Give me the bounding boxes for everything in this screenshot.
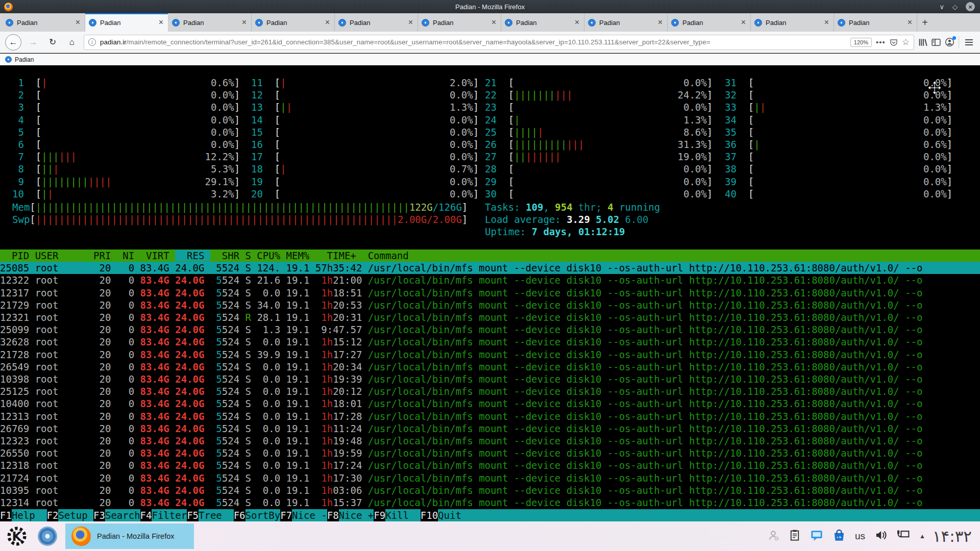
- tab-padian[interactable]: Padian×: [584, 13, 668, 32]
- tab-padian[interactable]: Padian×: [2, 13, 85, 32]
- tab-close-icon[interactable]: ×: [241, 18, 248, 27]
- volume-icon[interactable]: [874, 529, 888, 544]
- tab-padian[interactable]: Padian×: [168, 13, 252, 32]
- zoom-level-badge[interactable]: 120%: [850, 38, 872, 47]
- fkey-f8[interactable]: F8: [327, 509, 339, 521]
- process-row[interactable]: 12323 root 20 0 83.4G 24.0G 5524 S 0.0 1…: [0, 435, 980, 447]
- cpu-meter-39: 39 [ 0.0%]: [725, 176, 952, 188]
- process-row[interactable]: 10395 root 20 0 83.4G 24.0G 5524 S 0.0 1…: [0, 484, 980, 496]
- menu-icon[interactable]: [963, 37, 975, 47]
- fkey-label-setup[interactable]: Setup: [58, 509, 93, 521]
- fkey-f2[interactable]: F2: [47, 509, 59, 521]
- process-row[interactable]: 10400 root 20 0 83.4G 24.0G 5524 S 0.0 1…: [0, 397, 980, 410]
- home-icon[interactable]: ⌂: [64, 35, 80, 50]
- tab-close-icon[interactable]: ×: [75, 18, 81, 27]
- cpu-meter-column-2: 11 [| 2.0%]12 [ 0.0%]13 [|| 1.3%]14 [ 0.…: [251, 77, 479, 200]
- tab-padian[interactable]: Padian×: [834, 13, 917, 32]
- tab-close-icon[interactable]: ×: [158, 18, 164, 27]
- fkey-label-nice[interactable]: Nice -: [292, 509, 327, 521]
- close-icon[interactable]: ×: [966, 2, 975, 11]
- process-row[interactable]: 21724 root 20 0 83.4G 24.0G 5524 S 0.0 1…: [0, 472, 980, 484]
- url-bar[interactable]: i padian.ir/main/remote_connection/termi…: [84, 35, 914, 50]
- fkey-label-help[interactable]: Help: [12, 509, 47, 521]
- back-icon[interactable]: ←: [5, 34, 21, 51]
- process-row[interactable]: 26549 root 20 0 83.4G 24.0G 5524 S 0.0 1…: [0, 361, 980, 373]
- tab-close-icon[interactable]: ×: [491, 18, 497, 27]
- process-table-header[interactable]: PID USER PRI NI VIRT RES SHR S CPU% MEM%…: [0, 249, 980, 262]
- fkey-f4[interactable]: F4: [140, 509, 152, 521]
- process-row[interactable]: 12313 root 20 0 83.4G 24.0G 5524 S 0.0 1…: [0, 410, 980, 422]
- fkey-f6[interactable]: F6: [234, 509, 246, 521]
- fkey-f3[interactable]: F3: [93, 509, 105, 521]
- forward-icon[interactable]: →: [26, 35, 41, 50]
- kde-launcher-icon[interactable]: K: [5, 524, 29, 548]
- process-row[interactable]: 21728 root 20 0 83.4G 24.0G 5524 S 39.9 …: [0, 348, 980, 361]
- fkey-f1[interactable]: F1: [0, 509, 12, 521]
- network-icon[interactable]: [897, 529, 910, 544]
- process-row[interactable]: 10398 root 20 0 83.4G 24.0G 5524 S 0.0 1…: [0, 373, 980, 385]
- minimize-icon[interactable]: ∨: [939, 4, 944, 10]
- tab-label: Padian: [183, 19, 241, 27]
- process-row[interactable]: 12322 root 20 0 83.4G 24.0G 5524 S 21.6 …: [0, 274, 980, 286]
- process-row[interactable]: 12318 root 20 0 83.4G 24.0G 5524 S 0.0 1…: [0, 459, 980, 471]
- process-row[interactable]: 21729 root 20 0 83.4G 24.0G 5524 S 34.0 …: [0, 299, 980, 311]
- tab-close-icon[interactable]: ×: [407, 18, 414, 27]
- tab-padian[interactable]: Padian×: [418, 13, 501, 32]
- tab-close-icon[interactable]: ×: [906, 18, 913, 27]
- tab-padian[interactable]: Padian×: [85, 13, 168, 32]
- firefox-task-button[interactable]: Padian - Mozilla Firefox: [65, 523, 194, 549]
- fkey-label-nice[interactable]: Nice +: [339, 509, 374, 521]
- chromium-icon[interactable]: [38, 527, 57, 546]
- web-terminal-htop[interactable]: 1 [| 0.6%] 2 [ 0.0%] 3 [ 0.0%] 4 [ 0.0%]…: [0, 65, 980, 521]
- new-tab-button[interactable]: +: [917, 13, 933, 32]
- process-row[interactable]: 12317 root 20 0 83.4G 24.0G 5524 S 0.0 1…: [0, 287, 980, 299]
- bookmark-star-icon[interactable]: ☆: [902, 37, 910, 47]
- tab-close-icon[interactable]: ×: [574, 18, 580, 27]
- fkey-label-filter[interactable]: Filter: [152, 509, 187, 521]
- cpu-meter-21: 21 [ 0.0%]: [485, 77, 713, 89]
- discover-bag-icon[interactable]: [832, 529, 846, 544]
- fkey-label-kill[interactable]: Kill: [385, 509, 421, 521]
- tab-close-icon[interactable]: ×: [823, 18, 830, 27]
- bookmark-item[interactable]: Padian: [15, 56, 34, 63]
- tab-close-icon[interactable]: ×: [740, 18, 747, 27]
- process-row[interactable]: 26769 root 20 0 83.4G 24.0G 5524 S 0.0 1…: [0, 422, 980, 435]
- process-row[interactable]: 25099 root 20 0 83.4G 24.0G 5524 S 1.3 1…: [0, 323, 980, 336]
- process-row[interactable]: 26550 root 20 0 83.4G 24.0G 5524 S 0.0 1…: [0, 447, 980, 459]
- pocket-icon[interactable]: [890, 38, 898, 46]
- process-row[interactable]: 25085 root 20 0 83.4G 24.0G 5524 S 124. …: [0, 262, 980, 274]
- tray-expand-caret-icon[interactable]: ▲: [919, 533, 925, 540]
- keyboard-layout-indicator[interactable]: us: [855, 531, 865, 542]
- process-row[interactable]: 32628 root 20 0 83.4G 24.0G 5524 S 0.0 1…: [0, 336, 980, 348]
- library-icon[interactable]: [918, 38, 927, 47]
- tab-close-icon[interactable]: ×: [324, 18, 331, 27]
- sidebar-icon[interactable]: [932, 38, 941, 47]
- page-info-icon[interactable]: i: [88, 38, 96, 46]
- fkey-label-search[interactable]: Search: [105, 509, 140, 521]
- fkey-label-tree[interactable]: Tree: [199, 509, 234, 521]
- chat-icon[interactable]: [810, 529, 823, 544]
- account-icon[interactable]: [945, 37, 954, 47]
- maximize-icon[interactable]: ◇: [952, 4, 958, 10]
- process-row[interactable]: 12321 root 20 0 83.4G 24.0G 5524 R 28.1 …: [0, 311, 980, 323]
- fkey-label-quit[interactable]: Quit: [438, 509, 473, 521]
- tab-padian[interactable]: Padian×: [501, 13, 584, 32]
- clipboard-icon[interactable]: [789, 529, 801, 543]
- fkey-f5[interactable]: F5: [187, 509, 199, 521]
- reload-icon[interactable]: ↻: [45, 35, 60, 50]
- tab-padian[interactable]: Padian×: [335, 13, 418, 32]
- fkey-f9[interactable]: F9: [374, 509, 385, 521]
- fkey-f10[interactable]: F10: [421, 509, 438, 521]
- fkey-label-sortby[interactable]: SortBy: [246, 509, 281, 521]
- user-tray-icon[interactable]: [767, 529, 779, 543]
- process-row[interactable]: 25125 root 20 0 83.4G 24.0G 5524 S 0.0 1…: [0, 385, 980, 397]
- tab-padian[interactable]: Padian×: [751, 13, 834, 32]
- url-text[interactable]: padian.ir/main/remote_connection/termina…: [100, 38, 846, 46]
- tab-padian[interactable]: Padian×: [252, 13, 335, 32]
- tab-padian[interactable]: Padian×: [668, 13, 751, 32]
- taskbar-clock[interactable]: ۱۴:۳۲: [933, 527, 972, 545]
- fkey-f7[interactable]: F7: [280, 509, 292, 521]
- ellipsis-icon[interactable]: •••: [876, 38, 886, 46]
- process-row[interactable]: 12314 root 20 0 83.4G 24.0G 5524 S 0.0 1…: [0, 496, 980, 509]
- tab-close-icon[interactable]: ×: [657, 18, 664, 27]
